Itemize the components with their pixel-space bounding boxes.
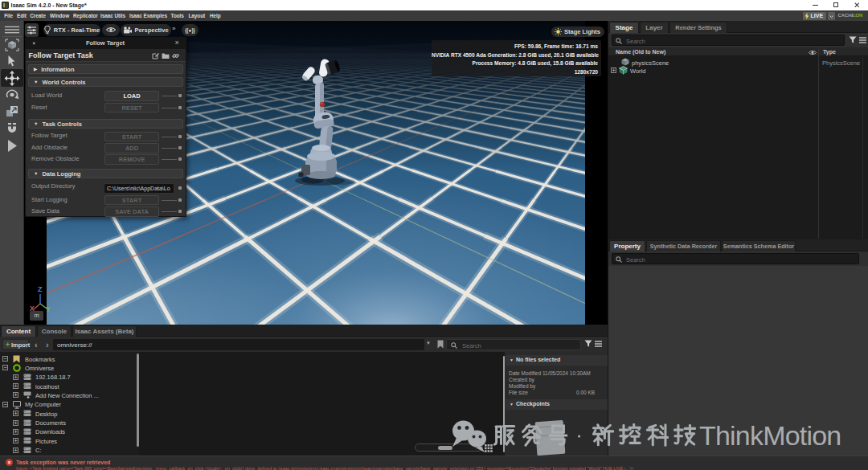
- svg-text:Y: Y: [46, 305, 51, 313]
- svg-text:Z: Z: [38, 285, 43, 293]
